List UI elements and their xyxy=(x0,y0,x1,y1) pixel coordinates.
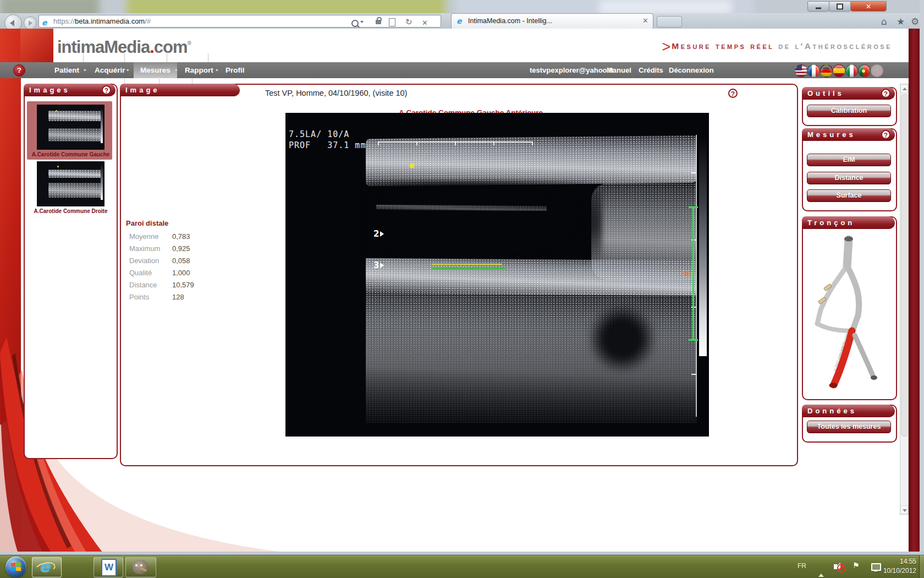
stat-row: Moyenne0,783 xyxy=(129,232,236,241)
us-depth-fade xyxy=(366,317,697,437)
url-text[interactable]: https://beta.intimamedia.com/# xyxy=(53,15,151,27)
ie-ring-icon xyxy=(34,560,57,576)
ultrasound-image[interactable]: 7.5LA/ 10/A PROF 37.1 mm 2 3 xyxy=(285,113,709,437)
taskbar-word-button[interactable]: W xyxy=(94,557,123,577)
back-arrow-icon xyxy=(10,20,14,26)
scrollbar-thumb[interactable] xyxy=(901,94,909,437)
chevron-icon: > xyxy=(662,39,671,55)
tab-close-icon[interactable]: ✕ xyxy=(642,17,648,25)
nav-item-deconnexion[interactable]: Déconnexion xyxy=(669,62,714,78)
page-scrollbar[interactable] xyxy=(900,84,909,515)
donnees-panel: Données Toutes les mesures xyxy=(802,405,897,443)
address-bar[interactable]: e https://beta.intimamedia.com/# ↻ ✕ xyxy=(38,15,441,28)
new-tab-button[interactable] xyxy=(657,16,682,28)
settings-gear-icon[interactable]: ⚙ xyxy=(911,16,919,27)
nav-tick xyxy=(124,53,125,62)
compatibility-view-icon[interactable] xyxy=(389,18,395,26)
start-button[interactable] xyxy=(6,557,26,577)
show-desktop-button[interactable] xyxy=(919,555,924,578)
gimp-icon xyxy=(133,560,148,574)
scroll-up-button[interactable] xyxy=(900,84,908,93)
refresh-icon[interactable]: ↻ xyxy=(405,17,413,28)
image-help-icon[interactable]: ? xyxy=(728,89,738,98)
mesures-panel: Mesures ? EIM Distance Surface xyxy=(802,128,897,211)
flag-de-icon[interactable] xyxy=(820,64,833,77)
eim-button[interactable]: EIM xyxy=(807,154,891,166)
patient-info: Test VP, Homme, 04/10/1960, (visite 10) xyxy=(265,89,407,97)
nav-item-manuel[interactable]: Manuel xyxy=(607,62,631,78)
background-window-titlebar-blur xyxy=(600,0,732,14)
action-center-flag-icon[interactable]: ⚑ xyxy=(853,561,860,570)
images-panel-header: Images ? xyxy=(24,84,116,96)
flag-it-icon[interactable] xyxy=(845,64,858,77)
nav-subtick xyxy=(159,79,160,84)
nav-item-credits[interactable]: Crédits xyxy=(639,62,663,78)
taskbar-gimp-button[interactable] xyxy=(125,557,156,577)
main-nav-bar: ? Patient • Acquérir • Mesures • Rapport… xyxy=(0,62,909,78)
image-panel: Image Test VP, Homme, 04/10/1960, (visit… xyxy=(120,84,798,466)
stop-icon[interactable]: ✕ xyxy=(422,17,428,29)
thumb-grayscale-bar xyxy=(101,166,103,200)
distance-button[interactable]: Distance xyxy=(807,172,891,184)
toutes-les-mesures-button[interactable]: Toutes les mesures xyxy=(807,421,891,433)
tab-favicon: e xyxy=(457,17,462,25)
mesures-help-icon[interactable]: ? xyxy=(881,130,890,139)
language-indicator[interactable]: FR xyxy=(798,562,806,570)
flag-us-icon[interactable] xyxy=(795,64,807,77)
stat-row: Qualité1,000 xyxy=(129,269,236,277)
thumb-grayscale-bar xyxy=(101,109,103,143)
stat-row: Distance10,579 xyxy=(129,281,236,289)
stat-row: Deviation0,058 xyxy=(129,257,236,265)
nav-separator-dot: • xyxy=(84,62,86,78)
nav-item-profil[interactable]: Profil xyxy=(223,62,247,78)
calibration-button[interactable]: Calibration xyxy=(807,105,891,117)
browser-back-button[interactable] xyxy=(4,14,22,29)
images-help-icon[interactable]: ? xyxy=(102,85,111,95)
us-depth-info: PROF 37.1 mm xyxy=(289,140,366,150)
nav-item-rapport[interactable]: Rapport xyxy=(183,62,216,78)
tray-hidden-icons-arrow[interactable] xyxy=(818,565,824,574)
search-icon[interactable] xyxy=(351,19,364,29)
thumb-echo-band xyxy=(48,183,102,197)
thumbnail-caption: A.Carotide Commune Droite xyxy=(25,208,117,214)
thumbnail-caption: A.Carotide Commune Gauche xyxy=(25,151,117,157)
tray-time: 14:55 xyxy=(883,557,916,566)
home-icon[interactable]: ⌂ xyxy=(881,16,887,27)
us-yellow-marker-dot xyxy=(410,163,414,168)
window-right-border xyxy=(920,0,924,555)
us-top-ruler-ticks xyxy=(378,141,534,145)
flag-es-icon[interactable] xyxy=(833,64,845,77)
scroll-down-button[interactable] xyxy=(900,505,908,514)
page: intimaMedia.com® >Mesure temps réel de l… xyxy=(0,29,920,555)
nav-item-mesures[interactable]: Mesures xyxy=(134,62,177,78)
thumbnail-carotide-droite[interactable] xyxy=(37,161,105,206)
carotid-artery-diagram[interactable]: © 2011 IntimaMedia.com xyxy=(807,233,890,396)
us-depth-label: 20 xyxy=(674,269,689,277)
tab-title: IntimaMedia.com - Intellig... xyxy=(468,17,552,25)
measurement-stats: Paroi distale Moyenne0,783 Maximum0,925 … xyxy=(126,219,236,305)
browser-forward-button[interactable] xyxy=(24,17,37,29)
us-marker-2: 2 xyxy=(373,229,387,239)
surface-button[interactable]: Surface xyxy=(807,189,891,202)
flag-fr-icon[interactable] xyxy=(807,64,820,77)
browser-tab[interactable]: e IntimaMedia.com - Intellig... ✕ xyxy=(451,13,653,29)
tray-clock[interactable]: 14:55 10/10/2012 xyxy=(883,557,916,576)
favorites-star-icon[interactable]: ★ xyxy=(897,16,905,27)
outils-help-icon[interactable]: ? xyxy=(881,89,890,98)
nav-item-patient[interactable]: Patient xyxy=(52,62,81,78)
us-probe-info: 7.5LA/ 10/A xyxy=(289,129,349,139)
window-close-button[interactable]: ✕ xyxy=(850,1,887,12)
flag-pt-icon[interactable] xyxy=(858,64,871,77)
window-restore-button[interactable] xyxy=(829,1,851,12)
thumbnail-carotide-gauche[interactable] xyxy=(37,105,105,150)
thumb-echo-band xyxy=(48,111,102,121)
nav-item-acquerir[interactable]: Acquérir xyxy=(92,62,128,78)
forward-arrow-icon xyxy=(29,20,32,26)
nav-help-icon[interactable]: ? xyxy=(13,64,25,77)
nav-subtick xyxy=(192,79,193,84)
nav-tick xyxy=(208,53,208,62)
window-minimize-button[interactable] xyxy=(807,1,829,12)
windows-flag-icon xyxy=(11,563,22,572)
taskbar-ie-button[interactable]: e xyxy=(32,557,62,577)
troncon-panel: Tronçon © 2011 IntimaMedia.com xyxy=(802,216,897,400)
